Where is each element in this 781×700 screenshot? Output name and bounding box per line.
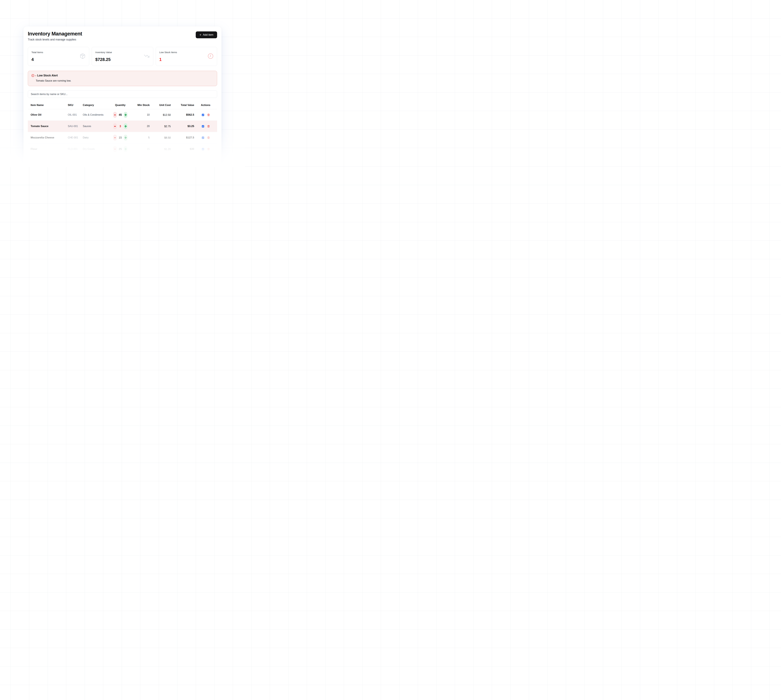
- minus-icon: [114, 126, 116, 127]
- package-icon: [80, 53, 86, 60]
- table-header: Item Name SKU Category Quantity Min Stoc…: [28, 102, 217, 109]
- stat-card-low-stock: Low Stock Items 1: [156, 47, 217, 66]
- total-value: $562.5: [171, 113, 194, 117]
- delete-trash-button[interactable]: [207, 113, 210, 117]
- edit-checkbox-button[interactable]: [201, 136, 205, 139]
- column-header-unit-cost: Unit Cost: [150, 103, 171, 107]
- item-name: Tomate Sauce: [28, 125, 68, 128]
- stat-label: Total Items: [32, 51, 43, 54]
- low-stock-alert-banner: Low Stock Alert Tomato Sauce are running…: [28, 71, 217, 86]
- item-name: Mozzarelia Cheese: [28, 136, 68, 139]
- row-actions: [194, 148, 217, 151]
- alert-title: Low Stock Alert: [37, 74, 58, 77]
- minus-icon: [114, 149, 116, 150]
- card-header: Inventory Management Track stock levels …: [28, 30, 217, 41]
- quantity-stepper: 25: [110, 146, 131, 152]
- minus-icon: [114, 137, 116, 138]
- total-value: $127.5: [171, 136, 194, 139]
- column-header-item-name: Item Name: [28, 103, 68, 107]
- decrease-quantity-button[interactable]: [113, 123, 117, 129]
- decrease-quantity-button[interactable]: [113, 135, 117, 141]
- item-sku: CHE-001: [68, 136, 83, 139]
- item-name: Olive Oil: [28, 113, 68, 117]
- column-header-min-stock: Min Stock: [131, 103, 150, 107]
- delete-trash-button[interactable]: [207, 125, 210, 128]
- unit-cost: $12.50: [150, 113, 171, 117]
- min-stock: 15: [131, 148, 150, 150]
- unit-cost: $1.20: [150, 148, 171, 151]
- edit-checkbox-button[interactable]: [201, 113, 205, 117]
- stats-row: Total Items 4 Inventory Value $728.25: [28, 47, 217, 66]
- row-actions: [194, 113, 217, 117]
- min-stock: 5: [131, 136, 150, 139]
- search-input[interactable]: [28, 90, 217, 98]
- column-header-total-value: Total Value: [171, 103, 194, 107]
- item-category: Sauces: [83, 125, 110, 128]
- delete-trash-button[interactable]: [207, 136, 210, 139]
- decrease-quantity-button[interactable]: [113, 112, 117, 118]
- page-subtitle: Track stock levels and manage supplies: [28, 38, 82, 41]
- add-item-button[interactable]: + Add item: [196, 32, 217, 38]
- table-row: Olive Oil OIL-001 Oils & Condiments 45 1…: [28, 109, 217, 121]
- item-sku: FLO-001: [68, 148, 83, 150]
- delete-trash-button[interactable]: [207, 148, 210, 151]
- plus-icon: +: [200, 33, 201, 36]
- stat-value: $728.25: [95, 57, 112, 62]
- row-actions: [194, 125, 217, 128]
- increase-quantity-button[interactable]: [124, 135, 127, 141]
- total-value: $30: [171, 148, 194, 151]
- quantity-value: 15: [118, 136, 122, 139]
- item-sku: OIL-001: [68, 113, 83, 116]
- quantity-stepper: 45: [110, 112, 131, 118]
- column-header-quantity: Quantity: [110, 103, 131, 107]
- plus-icon: [125, 125, 127, 128]
- total-value: $3.25: [171, 125, 194, 128]
- increase-quantity-button[interactable]: [124, 112, 127, 118]
- min-stock: 20: [131, 125, 150, 128]
- page-title: Inventory Management: [28, 31, 82, 37]
- stat-label: Low Stock Items: [159, 51, 177, 54]
- quantity-value: 25: [118, 148, 122, 151]
- clock-icon: [208, 53, 213, 60]
- decrease-quantity-button[interactable]: [113, 146, 117, 152]
- item-name: Flour: [28, 148, 68, 151]
- column-header-actions: Actions: [194, 103, 217, 107]
- stat-card-total-items: Total Items 4: [28, 47, 89, 66]
- edit-checkbox-button[interactable]: [201, 125, 205, 128]
- quantity-value: 45: [118, 113, 122, 117]
- min-stock: 10: [131, 113, 150, 116]
- table-row: Flour FLO-001 Dry Goods 25 15 $1.20 $30: [28, 143, 217, 155]
- row-actions: [194, 136, 217, 139]
- unit-cost: $2.75: [150, 125, 171, 128]
- title-block: Inventory Management Track stock levels …: [28, 30, 82, 41]
- quantity-stepper: 3: [110, 123, 131, 129]
- inventory-table: Item Name SKU Category Quantity Min Stoc…: [28, 102, 217, 155]
- column-header-sku: SKU: [68, 103, 83, 107]
- item-category: Dry Goods: [83, 148, 110, 150]
- table-body: Olive Oil OIL-001 Oils & Condiments 45 1…: [28, 109, 217, 155]
- add-item-label: Add item: [203, 33, 213, 37]
- minus-icon: [114, 115, 116, 115]
- item-category: Dairy: [83, 136, 110, 139]
- stat-value: 1: [159, 57, 177, 62]
- stat-value: 4: [32, 57, 43, 62]
- alert-message: Tomato Sauce are running low.: [36, 79, 213, 82]
- edit-checkbox-button[interactable]: [201, 148, 205, 151]
- increase-quantity-button[interactable]: [124, 146, 127, 152]
- increase-quantity-button[interactable]: [124, 123, 127, 129]
- plus-icon: [125, 148, 127, 150]
- trending-down-icon: [144, 53, 150, 60]
- stat-card-inventory-value: Inventory Value $728.25: [92, 47, 153, 66]
- column-header-category: Category: [83, 103, 110, 107]
- stat-label: Inventory Value: [95, 51, 112, 54]
- alert-bullet: [35, 75, 36, 76]
- plus-icon: [125, 137, 127, 139]
- alert-clock-icon: [32, 74, 34, 77]
- item-sku: SAU-001: [68, 125, 83, 128]
- unit-cost: $8.50: [150, 136, 171, 139]
- quantity-stepper: 15: [110, 135, 131, 141]
- item-category: Oils & Condiments: [83, 113, 110, 116]
- inventory-card: Inventory Management Track stock levels …: [23, 27, 221, 167]
- plus-icon: [125, 114, 127, 116]
- table-row: Tomate Sauce SAU-001 Sauces 3 20 $2.75 $…: [28, 121, 217, 132]
